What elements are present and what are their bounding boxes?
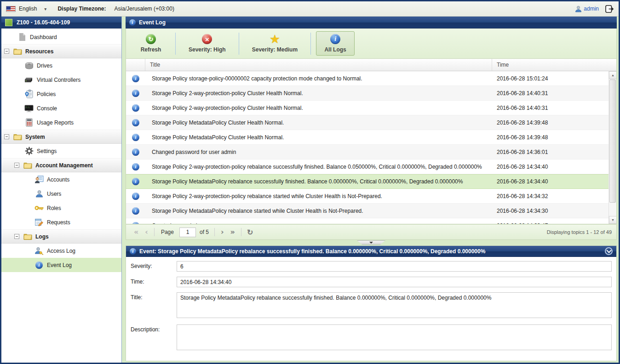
event-detail-title: Event: Storage Policy MetadataPolicy reb…	[139, 248, 605, 255]
table-row[interactable]: iStorage Policy MetadataPolicy Cluster H…	[126, 130, 609, 145]
info-icon: i	[131, 147, 141, 157]
severity-medium-button[interactable]: ★Severity: Medium	[244, 31, 305, 56]
table-row[interactable]: iStorage Policy 2-way-protection-policy …	[126, 189, 609, 204]
sidebar-item-system[interactable]: System	[1, 130, 121, 144]
sidebar-item-policies[interactable]: Policies	[1, 87, 121, 101]
info-icon: i	[131, 206, 141, 216]
info-icon: i	[129, 19, 136, 26]
column-header-title[interactable]: Title	[145, 59, 492, 71]
scrollbar-thumb[interactable]	[609, 80, 616, 203]
field-label: Title:	[131, 292, 177, 301]
sidebar-item-label: Usage Reports	[37, 119, 74, 126]
pager-separator	[241, 228, 241, 236]
page-input[interactable]	[179, 228, 196, 237]
table-row[interactable]: iStorage Policy 2-way-protection-policy …	[126, 101, 609, 115]
table-row[interactable]: iStorage Policy 2-way-protection-policy …	[126, 86, 609, 101]
grid-vertical-scrollbar[interactable]: ▲ ▼	[609, 71, 616, 224]
folder-icon	[12, 46, 23, 57]
table-row[interactable]: iStorage Policy MetadataPolicy Cluster H…	[126, 115, 609, 130]
time-field[interactable]	[177, 277, 612, 287]
table-row[interactable]: iStorage Policy MetadataPolicy rebalance…	[126, 174, 609, 189]
sidebar-item-logs[interactable]: Logs	[1, 229, 121, 244]
first-page-button[interactable]: «	[131, 228, 142, 236]
sidebar-item-virtual-controllers[interactable]: Virtual Controllers	[1, 73, 121, 87]
row-time: 2016-06-28 14:34:40	[492, 164, 609, 170]
sidebar-item-label: Dashboard	[30, 34, 57, 40]
row-title: Storage Policy storage-policy-00000002 c…	[145, 75, 492, 82]
page-label: Page	[161, 229, 174, 235]
us-flag-icon	[6, 6, 16, 12]
collapse-toggle-icon[interactable]	[14, 234, 19, 239]
info-icon: i	[130, 248, 136, 255]
toolbar-separator	[175, 33, 176, 55]
sidebar-item-usage-reports[interactable]: Usage Reports	[1, 115, 121, 130]
refresh-button[interactable]: ↻Refresh	[132, 31, 170, 56]
info-icon: i	[34, 260, 44, 270]
collapse-toggle-icon[interactable]	[14, 163, 19, 168]
sidebar-item-users[interactable]: Users	[1, 187, 121, 201]
prev-page-button[interactable]: ‹	[142, 228, 151, 236]
sidebar-item-roles[interactable]: Roles	[1, 201, 121, 215]
event-detail-panel: i Event: Storage Policy MetadataPolicy r…	[126, 245, 617, 361]
sidebar-item-label: Drives	[37, 63, 52, 69]
column-header-icon[interactable]	[126, 59, 145, 71]
collapse-toggle-icon[interactable]	[4, 49, 9, 54]
table-row[interactable]: iStorage Policy 2-way-protection-policy …	[126, 159, 609, 174]
sidebar-item-event-log[interactable]: iEvent Log	[1, 258, 121, 272]
folder-icon	[23, 160, 33, 171]
splitter-collapse-handle[interactable]	[357, 240, 385, 245]
description-field-row: Description:	[131, 324, 612, 352]
info-icon: i	[131, 74, 141, 84]
info-icon: i	[131, 191, 141, 201]
timezone-value: Asia/Jerusalem (+03:00)	[115, 6, 174, 12]
scroll-down-icon[interactable]: ▼	[609, 216, 616, 224]
language-selector[interactable]: English ▾	[6, 6, 46, 12]
row-time: 2016-06-28 15:01:24	[492, 75, 609, 82]
description-field[interactable]	[177, 324, 612, 350]
all-logs-button[interactable]: iAll Logs	[316, 31, 355, 56]
pager-refresh-icon[interactable]: ↻	[244, 228, 256, 237]
key-icon	[34, 203, 44, 213]
page-count-label: of 5	[200, 229, 209, 235]
table-row[interactable]: iStorage Policy storage-policy-00000002 …	[126, 71, 609, 86]
sidebar-item-settings[interactable]: Settings	[1, 144, 121, 158]
collapse-panel-button[interactable]	[605, 247, 613, 255]
scroll-up-icon[interactable]: ▲	[609, 71, 616, 79]
severity-field[interactable]	[177, 261, 612, 272]
last-page-button[interactable]: »	[227, 228, 238, 236]
sidebar-item-account-management[interactable]: Account Management	[1, 158, 121, 172]
table-row[interactable]: iCreated user admin2016-06-28 14:33:47	[126, 218, 609, 224]
table-row[interactable]: iChanged password for user admin2016-06-…	[126, 145, 609, 159]
row-title: Storage Policy MetadataPolicy rebalance …	[145, 208, 492, 214]
row-title: Storage Policy 2-way-protection-policy C…	[145, 105, 492, 111]
brand-logo-icon	[5, 19, 12, 26]
next-page-button[interactable]: ›	[218, 228, 227, 236]
navigation-tree: DashboardResourcesDrivesVirtual Controll…	[1, 28, 121, 363]
sidebar-item-accounts[interactable]: Accounts	[1, 172, 121, 187]
sidebar-item-dashboard[interactable]: Dashboard	[1, 30, 121, 44]
pager-bar: « ‹ Page of 5 › » ↻ Displaying topics 1 …	[126, 224, 617, 240]
sidebar-item-label: Access Log	[47, 248, 75, 254]
row-time: 2016-06-28 14:34:32	[492, 193, 609, 199]
sidebar-item-drives[interactable]: Drives	[1, 58, 121, 73]
sidebar-item-access-log[interactable]: Access Log	[1, 244, 121, 258]
column-header-time[interactable]: Time	[492, 59, 616, 71]
pager-separator	[214, 228, 215, 236]
row-time: 2016-06-28 14:40:31	[492, 90, 609, 97]
info-icon: i	[330, 34, 340, 44]
sidebar-item-console[interactable]: C:\Console	[1, 101, 121, 115]
table-row[interactable]: iStorage Policy MetadataPolicy rebalance…	[126, 204, 609, 218]
time-field-row: Time:	[131, 277, 612, 287]
access-log-icon	[34, 246, 44, 256]
collapse-toggle-icon[interactable]	[4, 134, 9, 139]
info-icon: i	[131, 176, 141, 187]
severity-high-button[interactable]: ×Severity: High	[181, 31, 234, 56]
logout-icon[interactable]	[605, 5, 614, 13]
sidebar-item-requests[interactable]: Requests	[1, 215, 121, 229]
admin-user-link[interactable]: admin	[584, 6, 599, 12]
gear-icon	[24, 146, 34, 156]
info-icon: i	[131, 118, 141, 128]
field-label: Description:	[131, 324, 177, 333]
sidebar-item-resources[interactable]: Resources	[1, 44, 121, 58]
title-field[interactable]	[177, 292, 612, 318]
